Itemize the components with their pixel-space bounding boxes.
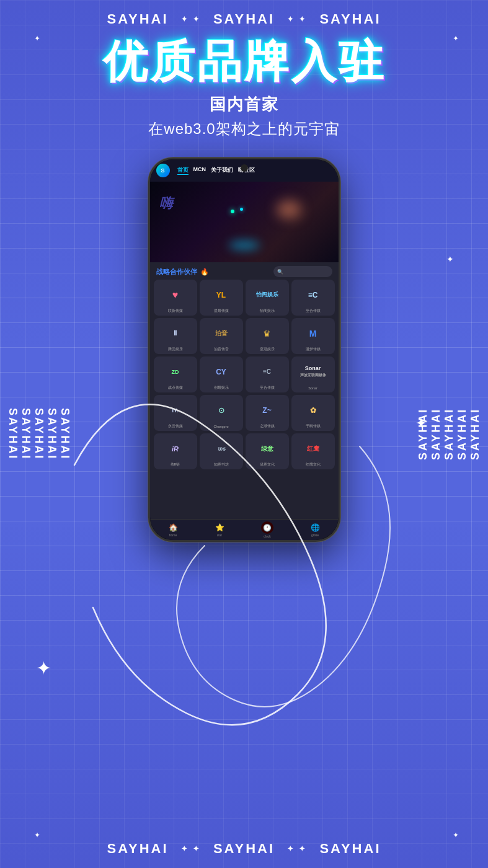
brand-card-14[interactable]: ⊙ Changpro: [200, 395, 243, 431]
brand-card-16[interactable]: ✿ 子鸥传媒: [291, 395, 335, 431]
partners-section: 战略合作伙伴 🔥 🔍 ♥: [150, 262, 339, 519]
bottom-nav-clock-label: clock: [264, 534, 270, 538]
brand-name-6: 泊音传音: [214, 347, 229, 352]
search-icon: 🔍: [277, 269, 283, 275]
brand-name-20: 红鹰文化: [306, 463, 321, 467]
bottom-nav-star[interactable]: ⭐ star: [215, 523, 224, 537]
brand-icon-cy: CY: [216, 368, 226, 376]
ticker-left-3: SAYHAI: [32, 408, 45, 460]
ticker-right-5: SAYHAI: [469, 408, 482, 460]
brand-card-8[interactable]: M 漫梦传媒: [291, 318, 335, 354]
brand-card-11[interactable]: ≡C 至合传媒: [246, 356, 289, 392]
ticker-bottom-text-3: SAYHAI: [319, 841, 381, 857]
brand-logo-10: CY: [202, 359, 241, 384]
brand-logo-1: ♥: [156, 282, 195, 308]
brand-icon-yz: YL: [216, 291, 226, 299]
bottom-nav-home[interactable]: 🏠 home: [168, 523, 178, 537]
ticker-bottom-text-2: SAYHAI: [213, 841, 275, 857]
bottom-nav-home-icon: 🏠: [168, 523, 178, 533]
partners-title-mark: 🔥: [200, 268, 209, 275]
bottom-nav-globe-icon: 🌐: [310, 523, 320, 533]
hero-title: 优质品牌入驻: [103, 37, 386, 86]
nav-link-mcn[interactable]: MCN: [193, 166, 206, 175]
brand-icon-ws: 𝔴𝔰: [218, 445, 225, 453]
brand-icon-zn: ✿: [310, 406, 316, 415]
nav-link-home[interactable]: 首页: [177, 166, 189, 175]
ticker-dot-1: ✦ ✦: [181, 15, 201, 24]
brand-card-18[interactable]: 𝔴𝔰 如意书坊: [200, 433, 243, 469]
brand-card-4[interactable]: ≡C 至合传媒: [291, 280, 335, 316]
brand-logo-13: IY.: [156, 397, 195, 423]
brand-icon-crown: ♛: [263, 329, 271, 339]
brand-name-1: 联新传媒: [168, 309, 183, 313]
brand-logo-2: YL: [202, 282, 241, 308]
bottom-nav-home-label: home: [169, 533, 177, 537]
brand-name-3: 怡阁娱乐: [260, 309, 275, 313]
ticker-left-4: SAYHAI: [19, 408, 32, 460]
banner-content: 嗨: [150, 182, 339, 262]
main-content: 优质品牌入驻 国内首家 在web3.0架构之上的元宇宙 S 首页 MCN 关于我…: [0, 0, 488, 868]
brand-card-2[interactable]: YL 星耀传媒: [200, 280, 243, 316]
partners-title-text: 战略合作伙伴: [156, 268, 197, 275]
phone-outer: S 首页 MCN 关于我们 嗨社区: [148, 157, 340, 542]
ticker-dot-3: ✦ ✦: [181, 844, 201, 853]
app-banner: 嗨: [150, 182, 339, 262]
brand-card-20[interactable]: 红鹰 红鹰文化: [291, 433, 335, 469]
brand-logo-14: ⊙: [202, 397, 241, 423]
hero-subtitle1: 国内首家: [103, 94, 386, 115]
brand-card-9[interactable]: ZD 战点传媒: [154, 356, 197, 392]
brand-icon-red: 红鹰: [307, 445, 319, 453]
brand-card-13[interactable]: IY. 永云传媒: [154, 395, 197, 431]
ticker-dot-2: ✦ ✦: [287, 15, 307, 24]
brand-icon-ty: Ⅱ: [174, 329, 177, 337]
ticker-left-1: SAYHAI: [58, 408, 71, 460]
brand-icon-fc: ≡C: [263, 368, 271, 375]
brand-card-12[interactable]: Sonar声波互联网媒体 Sonar: [291, 356, 335, 392]
ticker-top: SAYHAI ✦ ✦ SAYHAI ✦ ✦ SAYHAI: [0, 11, 488, 27]
brand-logo-7: ♛: [248, 321, 286, 346]
ticker-right-4: SAYHAI: [456, 408, 469, 460]
banner-text: 嗨: [159, 194, 173, 213]
search-input[interactable]: [285, 267, 329, 276]
ticker-right-2: SAYHAI: [430, 408, 443, 460]
brand-name-11: 至合传媒: [260, 386, 275, 390]
brand-logo-6: 泊音: [202, 321, 241, 346]
brand-name-18: 如意书坊: [214, 463, 229, 467]
brand-icon-sc: ≡C: [308, 291, 318, 299]
brand-card-10[interactable]: CY 创耀娱乐: [200, 356, 243, 392]
brand-card-1[interactable]: ♥ 联新传媒: [154, 280, 197, 316]
bottom-nav-star-icon: ⭐: [215, 523, 224, 533]
bottom-nav-clock-icon: 🕐: [261, 521, 273, 534]
brand-name-8: 漫梦传媒: [306, 347, 321, 352]
partners-search-box[interactable]: 🔍: [273, 266, 332, 277]
brand-card-19[interactable]: 绿意 绿意文化: [246, 433, 289, 469]
brand-logo-20: 红鹰: [294, 436, 332, 461]
ticker-top-text-3: SAYHAI: [319, 11, 381, 27]
ticker-left-2: SAYHAI: [45, 408, 58, 460]
ticker-right-3: SAYHAI: [443, 408, 456, 460]
brand-logo-19: 绿意: [248, 436, 286, 461]
brand-name-16: 子鸥传媒: [306, 424, 321, 428]
brand-card-15[interactable]: Z~ 之潮传媒: [246, 395, 289, 431]
bottom-nav-star-label: star: [217, 533, 222, 537]
brand-card-17[interactable]: iR 依R链: [154, 433, 197, 469]
brand-card-5[interactable]: Ⅱ 腾云娱乐: [154, 318, 197, 354]
phone-mockup: S 首页 MCN 关于我们 嗨社区: [148, 157, 340, 542]
brand-logo-11: ≡C: [248, 359, 286, 384]
bottom-nav-globe[interactable]: 🌐 globe: [310, 523, 320, 537]
brand-icon-zd: ZD: [172, 369, 179, 375]
brand-card-6[interactable]: 泊音 泊音传音: [200, 318, 243, 354]
brand-name-15: 之潮传媒: [260, 424, 275, 428]
brand-name-sonar: Sonar: [308, 386, 317, 390]
bottom-nav-clock[interactable]: 🕐 clock: [261, 521, 273, 538]
partners-header: 战略合作伙伴 🔥 🔍: [150, 262, 339, 280]
brand-card-3[interactable]: 怡阁娱乐 怡阁娱乐: [246, 280, 289, 316]
brand-name-7: 皇冠娱乐: [260, 347, 275, 352]
brand-logo-sonar: Sonar声波互联网媒体: [294, 359, 332, 385]
brand-card-7[interactable]: ♛ 皇冠娱乐: [246, 318, 289, 354]
ticker-top-text-1: SAYHAI: [107, 11, 168, 27]
ticker-left-5: SAYHAI: [6, 408, 19, 460]
brand-logo-8: M: [294, 321, 332, 346]
nav-link-about[interactable]: 关于我们: [211, 166, 233, 175]
phone-screen: S 首页 MCN 关于我们 嗨社区: [150, 159, 339, 540]
